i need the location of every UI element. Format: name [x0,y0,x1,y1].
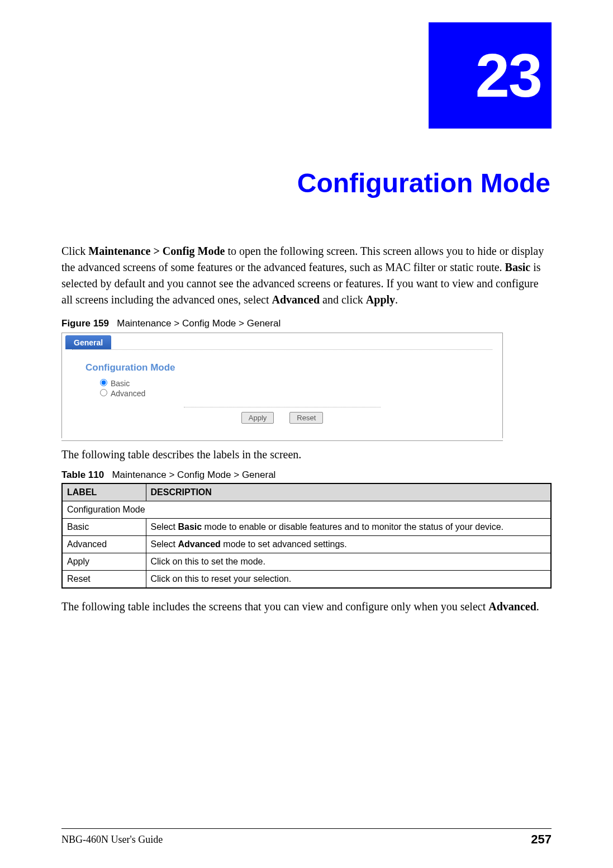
radio-advanced[interactable] [100,389,107,396]
apply-button[interactable]: Apply [241,412,274,424]
desc-text: Select [151,522,178,532]
table-row: Advanced Select Advanced mode to set adv… [62,536,551,553]
page-footer: NBG-460N User's Guide 257 [61,832,552,847]
tab-general[interactable]: General [65,335,111,349]
config-mode-radio-group: Basic Advanced [100,379,492,398]
footer-page-number: 257 [531,832,552,847]
radio-basic-text: Basic [111,379,130,388]
panel-title: Configuration Mode [85,362,492,373]
table-row: Basic Select Basic mode to enable or dis… [62,519,551,536]
intro-text: . [395,293,398,306]
intro-text: Click [61,245,88,257]
desc-text: mode to set advanced settings. [221,539,347,549]
th-description: DESCRIPTION [146,483,551,501]
table-row: Apply Click on this to set the mode. [62,553,551,571]
table-caption: Table 110 Maintenance > Config Mode > Ge… [61,469,552,481]
table-label: Table 110 [61,469,104,480]
td-description: Click on this to set the mode. [146,553,551,571]
description-table: LABEL DESCRIPTION Configuration Mode Bas… [61,483,552,589]
radio-basic-label[interactable]: Basic [100,379,492,388]
td-label: Advanced [62,536,146,553]
table-caption-text: Maintenance > Config Mode > General [112,469,275,480]
figure-caption: Figure 159 Maintenance > Config Mode > G… [61,318,552,329]
intro-text: and click [320,293,366,306]
intro-bold-advanced: Advanced [272,293,320,306]
desc-bold: Advanced [178,539,220,549]
after-table-paragraph: The following table includes the screens… [61,599,552,615]
chapter-number-box: 23 [429,22,552,129]
desc-text: Select [151,539,178,549]
desc-text: mode to enable or disable features and t… [202,522,503,532]
table-header-row: LABEL DESCRIPTION [62,483,551,501]
th-label: LABEL [62,483,146,501]
desc-text: Click on this to set the mode. [151,557,265,566]
desc-text: Click on this to reset your selection. [151,574,292,584]
td-span: Configuration Mode [62,501,551,519]
radio-basic[interactable] [100,379,107,386]
reset-button[interactable]: Reset [289,412,323,424]
table-row: Reset Click on this to reset your select… [62,571,551,589]
after-table-bold: Advanced [488,600,536,613]
chapter-number: 23 [476,45,541,106]
td-label: Reset [62,571,146,589]
td-description: Select Basic mode to enable or disable f… [146,519,551,536]
after-table-text: The following table includes the screens… [61,600,488,613]
intro-bold-path: Maintenance > Config Mode [88,245,225,257]
footer-guide: NBG-460N User's Guide [61,834,163,846]
td-label: Apply [62,553,146,571]
radio-advanced-text: Advanced [111,389,145,398]
td-label: Basic [62,519,146,536]
figure-label: Figure 159 [61,318,109,329]
button-row: Apply Reset [184,407,381,434]
table-row: Configuration Mode [62,501,551,519]
figure-caption-text: Maintenance > Config Mode > General [117,318,281,329]
footer-rule [61,828,552,829]
after-table-text: . [536,600,539,613]
radio-advanced-label[interactable]: Advanced [100,389,492,398]
desc-bold: Basic [178,522,202,532]
below-figure-text: The following table describes the labels… [61,447,552,463]
chapter-title: Configuration Mode [61,168,552,198]
screenshot-figure: General Configuration Mode Basic Advance… [61,333,503,441]
td-description: Select Advanced mode to set advanced set… [146,536,551,553]
intro-paragraph: Click Maintenance > Config Mode to open … [61,243,552,308]
intro-bold-basic: Basic [505,261,531,273]
td-description: Click on this to reset your selection. [146,571,551,589]
intro-bold-apply: Apply [366,293,395,306]
